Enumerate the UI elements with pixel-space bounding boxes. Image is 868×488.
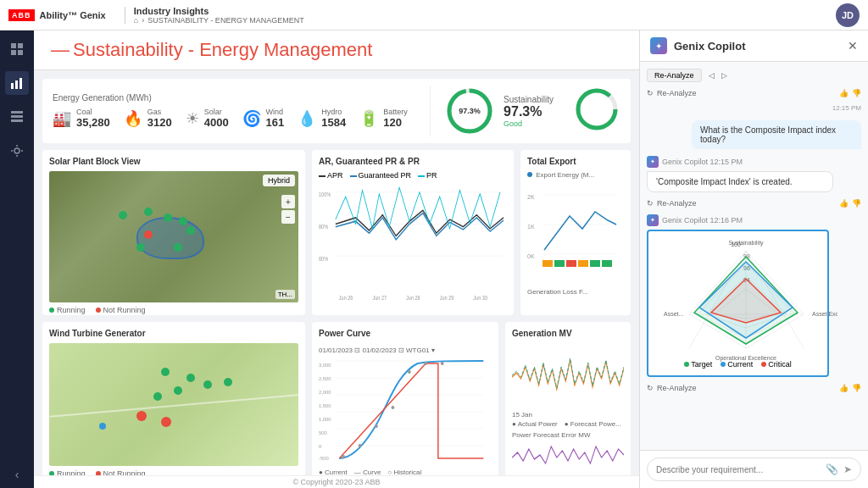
power-chart: 3,000 2,500 2,000 1,500 1,000 500 0 -500	[319, 357, 492, 467]
copyright: © Copyright 2020-23 ABB	[292, 478, 380, 486]
sidebar-icon-table[interactable]	[5, 105, 29, 129]
bot-meta-1: Genix Copilot 12:15 PM	[662, 158, 743, 166]
svg-rect-36	[590, 260, 600, 267]
svg-point-57	[424, 362, 427, 365]
running-dot	[49, 308, 54, 313]
svg-text:100%: 100%	[319, 191, 331, 197]
sidebar-icon-chart[interactable]	[5, 71, 29, 95]
title-dash: —	[51, 39, 70, 60]
energy-wind: 🌀 Wind 161	[242, 108, 285, 129]
gauge-circle: 97.3%	[444, 86, 495, 136]
map-controls: + −	[281, 195, 295, 224]
gas-label: Gas	[147, 108, 172, 116]
footer-bar: © Copyright 2020-23 ABB	[34, 475, 639, 488]
gen-date: 15 Jan	[512, 411, 624, 419]
refresh-icon-3: ↻	[647, 384, 654, 392]
svg-rect-35	[578, 260, 588, 267]
forecast-title: Power Forecast Error MW	[512, 431, 624, 439]
zoom-in-button[interactable]: +	[281, 195, 295, 208]
radar-chart: 100 98 96 94	[655, 238, 837, 365]
ar-chart: 100% 80% 60%	[319, 183, 507, 302]
chat-input[interactable]	[656, 465, 826, 474]
ar-panel-title: AR, Guaranteed PR & PR	[319, 157, 507, 166]
wind-panel: Wind Turbine Generator	[42, 322, 305, 475]
solar-dot-8	[161, 237, 170, 246]
svg-text:Jun 29: Jun 29	[440, 294, 454, 301]
breadcrumb: Industry Insights ⌂ › SUSTAINABILITY - E…	[134, 6, 304, 25]
re-analyze-top-button[interactable]: Re-Analyze	[647, 69, 702, 82]
copilot-panel: ✦ Genix Copilot ✕ Re-Analyze ◁ ▷ ↻ Re-An…	[639, 30, 868, 488]
svg-text:80%: 80%	[319, 223, 328, 230]
sustainability-status: Good	[504, 119, 554, 128]
map-label: TH...	[275, 290, 295, 299]
svg-rect-2	[11, 50, 16, 55]
re-analyze-row: ↻ Re-Analyze 👍 👎	[647, 89, 861, 97]
solar-dot-4	[124, 221, 132, 230]
svg-rect-1	[18, 43, 23, 48]
radar-container: 100 98 96 94	[655, 238, 821, 357]
svg-point-10	[14, 148, 19, 153]
svg-rect-8	[11, 115, 23, 118]
satellite-view: Hybrid + − TH...	[49, 171, 298, 302]
not-running-dot	[96, 308, 101, 313]
sidebar-collapse[interactable]: ‹	[15, 468, 19, 481]
user-msg-time: 12:15 PM	[647, 104, 861, 112]
sustainability-label: Sustainability	[504, 95, 554, 104]
gen-panel: Generation MV 15 Jan ● Actual Power	[505, 322, 631, 475]
breadcrumb-page: SUSTAINABILITY - ENERGY MANAGEMENT	[147, 16, 304, 25]
svg-text:Jun 27: Jun 27	[372, 294, 387, 301]
sidebar-icon-grid[interactable]	[5, 37, 29, 61]
wind-dot-2	[203, 380, 212, 389]
pr-line	[418, 175, 425, 177]
svg-point-53	[359, 444, 362, 447]
energy-items: 🏭 Coal 35,280 🔥 Gas 3120	[53, 108, 408, 129]
svg-text:0: 0	[319, 444, 322, 449]
solar-panel: Solar Plant Block View	[42, 150, 305, 315]
wind-dot-5	[153, 392, 162, 401]
battery-icon: 🔋	[359, 109, 378, 128]
svg-text:0K: 0K	[527, 253, 535, 259]
svg-text:500: 500	[319, 430, 327, 435]
sidebar-icon-settings[interactable]	[5, 139, 29, 163]
mid-row: Solar Plant Block View	[42, 150, 631, 315]
copilot-icon: ✦	[650, 37, 667, 54]
zoom-out-button[interactable]: −	[281, 210, 295, 224]
gen-title: Generation MV	[512, 329, 624, 338]
svg-text:2,500: 2,500	[319, 376, 331, 381]
ar-panel: AR, Guaranteed PR & PR APR Guaranteed PR…	[312, 150, 514, 315]
svg-point-52	[342, 455, 345, 458]
send-icon[interactable]: ➤	[843, 463, 852, 475]
svg-rect-6	[19, 78, 22, 89]
svg-text:Asset...: Asset...	[664, 311, 683, 317]
re-analyze-row-2: ↻ Re-Analyze 👍 👎	[647, 199, 861, 208]
sustainability-gauge: 97.3% Sustainability 97.3% Good	[430, 86, 554, 136]
solar-dot-6	[144, 230, 153, 239]
bot-icon-2: ✦	[647, 214, 659, 226]
solar-dot-3	[164, 214, 172, 222]
power-dates: 01/01/2023 ⊡ 01/02/2023 ⊡ WTG01 ▾	[319, 347, 492, 354]
abb-logo: ABB Ability™ Genix	[8, 9, 106, 21]
second-gauge	[567, 86, 620, 136]
bot-message-1: ✦ Genix Copilot 12:15 PM 'Composite Impa…	[647, 156, 861, 192]
wind-dot-3	[174, 386, 182, 395]
avatar: JD	[836, 3, 860, 27]
svg-rect-4	[11, 83, 14, 89]
refresh-icon: ↻	[647, 89, 654, 97]
content-area: —Sustainability - Energy Management Ener…	[34, 30, 639, 488]
wind-map-bg	[49, 343, 298, 466]
svg-rect-5	[15, 80, 18, 89]
bot-meta-2: Genix Copilot 12:16 PM	[662, 216, 743, 225]
bot-icon-1: ✦	[647, 156, 659, 168]
page-header: —Sustainability - Energy Management	[34, 30, 639, 70]
svg-point-55	[391, 406, 394, 409]
energy-gas: 🔥 Gas 3120	[124, 108, 172, 129]
close-copilot-button[interactable]: ✕	[848, 39, 858, 53]
solar-dot-7	[186, 226, 195, 235]
dashboard: Energy Generation (MWh) 🏭 Coal 35,280 🔥	[34, 70, 639, 475]
attachment-icon[interactable]: 📎	[826, 463, 838, 475]
energy-coal: 🏭 Coal 35,280	[53, 108, 110, 129]
bot-bubble-1: 'Composite Impact Index' is created.	[647, 171, 833, 192]
gen-legend: ● Actual Power ● Forecast Powe...	[512, 420, 624, 428]
svg-text:2K: 2K	[527, 194, 535, 200]
svg-rect-7	[11, 111, 23, 114]
